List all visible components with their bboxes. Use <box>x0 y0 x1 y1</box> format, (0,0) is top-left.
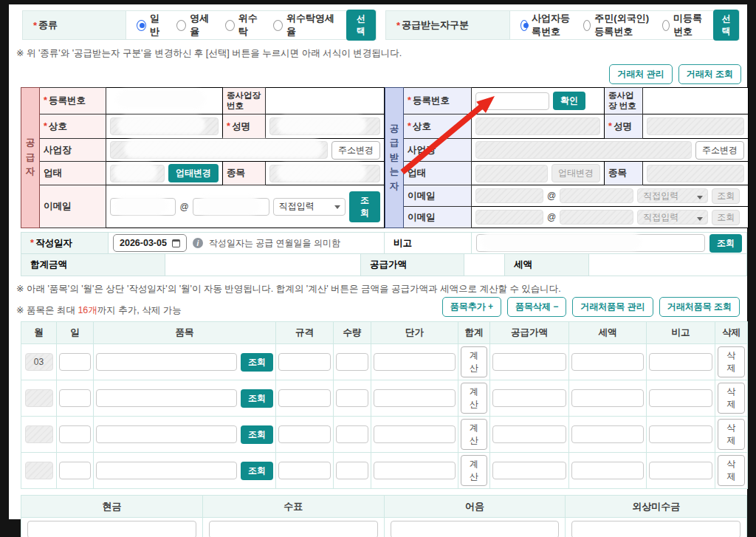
receiver-addr-label: 사업장 <box>404 139 472 162</box>
remark-lookup-button[interactable]: 조회 <box>709 234 742 253</box>
receiver-subbiz-value <box>643 88 749 114</box>
item2-price-input[interactable] <box>374 389 456 407</box>
item4-tax-input[interactable] <box>571 462 644 479</box>
supplier-email-id-input[interactable] <box>110 198 176 216</box>
item-remove-button[interactable]: 품목삭제 − <box>507 297 566 317</box>
receiver-biztype-change-button: 업태변경 <box>551 164 600 182</box>
receiver-email1-domain-field <box>560 188 633 203</box>
radio-receiver-unregistered[interactable] <box>662 20 670 31</box>
item1-remark-input[interactable] <box>649 353 712 371</box>
radio-kind-normal-label[interactable]: 일반 <box>150 12 166 38</box>
item3-remark-input[interactable] <box>649 425 712 443</box>
check-input[interactable] <box>209 521 378 537</box>
top-option-row: 종류 일반 영세율 위수탁 위수탁영세율 선택 공급받는자구분 사업자등록번호 … <box>22 10 740 40</box>
radio-receiver-bizno[interactable] <box>520 20 528 31</box>
item4-supply-input[interactable] <box>492 462 566 479</box>
item4-delete-button[interactable]: 삭제 <box>718 455 745 486</box>
radio-receiver-unregistered-label[interactable]: 미등록번호 <box>673 12 703 38</box>
item4-remark-input[interactable] <box>649 462 712 479</box>
receiver-email2-label: 이메일 <box>404 207 472 228</box>
radio-receiver-residentno[interactable] <box>583 20 591 31</box>
partner-items-manage-button[interactable]: 거래처품목 관리 <box>572 297 653 317</box>
receiver-addr-change-button[interactable]: 주소변경 <box>695 141 744 160</box>
note-input[interactable] <box>391 521 560 537</box>
supplier-email-lookup-button[interactable]: 조회 <box>349 191 380 222</box>
item4-month-field <box>25 462 53 479</box>
item4-calc-button[interactable]: 계산 <box>461 455 487 486</box>
totals-row: 합계금액 공급가액 세액 <box>21 254 747 276</box>
remark-input[interactable] <box>476 234 705 252</box>
item1-spec-input[interactable] <box>278 353 331 371</box>
kind-select-button[interactable]: 선택 <box>346 10 376 41</box>
item2-delete-button[interactable]: 삭제 <box>718 383 745 414</box>
supplier-name-field <box>110 117 219 135</box>
item4-price-input[interactable] <box>374 462 456 479</box>
supplier-email-domain-select[interactable]: 직접입력 <box>273 198 346 216</box>
item2-supply-input[interactable] <box>492 389 566 407</box>
partner-lookup-button[interactable]: 거래처 조회 <box>678 64 741 84</box>
item2-tax-input[interactable] <box>571 389 644 407</box>
item4-name-input[interactable] <box>96 462 237 479</box>
item1-price-input[interactable] <box>374 353 456 371</box>
receiver-email2-domain-field <box>560 210 633 225</box>
partner-manage-button[interactable]: 거래처 관리 <box>609 64 672 84</box>
item1-lookup-button[interactable]: 조회 <box>241 353 273 372</box>
credit-input[interactable] <box>571 521 740 537</box>
item-add-button[interactable]: 품목추가 + <box>442 297 501 317</box>
item3-price-input[interactable] <box>374 425 456 443</box>
item3-calc-button[interactable]: 계산 <box>461 419 487 450</box>
item1-qty-input[interactable] <box>336 353 368 371</box>
item1-delete-button[interactable]: 삭제 <box>718 346 745 377</box>
write-date-input[interactable]: 2026-03-05 <box>113 234 187 252</box>
radio-kind-zerorate[interactable] <box>176 20 186 31</box>
radio-kind-consign[interactable] <box>225 20 235 31</box>
item4-day-input[interactable] <box>59 462 91 479</box>
item3-day-input[interactable] <box>59 425 91 443</box>
item2-name-input[interactable] <box>96 389 237 407</box>
radio-kind-normal[interactable] <box>137 20 146 31</box>
supplier-email-domain-input[interactable] <box>193 198 269 216</box>
item1-calc-button[interactable]: 계산 <box>461 346 487 377</box>
receiver-email2-domain-select: 직접입력 <box>637 210 708 225</box>
tax-amount-label: 세액 <box>505 254 589 276</box>
item2-lookup-button[interactable]: 조회 <box>241 389 273 408</box>
item4-lookup-button[interactable]: 조회 <box>241 462 273 480</box>
item3-tax-input[interactable] <box>571 425 644 443</box>
supplier-addr-label: 사업장 <box>40 139 106 162</box>
item3-delete-button[interactable]: 삭제 <box>718 419 745 450</box>
item3-spec-input[interactable] <box>278 425 331 443</box>
radio-receiver-bizno-label[interactable]: 사업자등록번호 <box>532 12 573 38</box>
item3-lookup-button[interactable]: 조회 <box>241 425 273 444</box>
receiver-regno-input[interactable] <box>475 92 549 110</box>
item3-qty-input[interactable] <box>336 425 368 443</box>
receiver-regno-confirm-button[interactable]: 확인 <box>553 92 585 110</box>
supplier-addr-change-button[interactable]: 주소변경 <box>331 141 380 160</box>
item3-supply-input[interactable] <box>492 425 566 443</box>
item4-qty-input[interactable] <box>336 462 368 479</box>
item1-name-input[interactable] <box>96 353 237 371</box>
write-date-label: 작성일자 <box>21 233 109 253</box>
item1-tax-input[interactable] <box>571 353 644 371</box>
supplier-biztype-change-button[interactable]: 업태변경 <box>168 164 219 182</box>
item2-day-input[interactable] <box>59 389 91 407</box>
item3-name-input[interactable] <box>96 425 237 443</box>
radio-kind-zerorate-label[interactable]: 영세율 <box>190 12 214 38</box>
receiver-biztype-field <box>475 165 548 182</box>
item1-supply-input[interactable] <box>492 353 566 371</box>
item1-day-input[interactable] <box>59 353 91 371</box>
receiver-side-label: 공급받는자 <box>385 88 404 228</box>
radio-kind-consign-zerorate[interactable] <box>273 20 283 31</box>
radio-kind-consign-zerorate-label[interactable]: 위수탁영세율 <box>286 12 336 38</box>
radio-receiver-residentno-label[interactable]: 주민(외국인)등록번호 <box>594 12 652 38</box>
change-notice: ※ 위 '종류'와 '공급받는자 구분'을 변경하신 후 [선택] 버튼을 누르… <box>16 47 741 60</box>
item4-spec-input[interactable] <box>278 462 331 479</box>
supplier-item-label: 종목 <box>223 162 266 185</box>
cash-input[interactable] <box>27 521 196 537</box>
item2-remark-input[interactable] <box>649 389 712 407</box>
item2-spec-input[interactable] <box>278 389 331 407</box>
item2-calc-button[interactable]: 계산 <box>461 383 487 414</box>
receiver-select-button[interactable]: 선택 <box>713 10 739 41</box>
radio-kind-consign-label[interactable]: 위수탁 <box>238 12 263 38</box>
partner-items-lookup-button[interactable]: 거래처품목 조회 <box>659 297 740 317</box>
item2-qty-input[interactable] <box>336 389 368 407</box>
